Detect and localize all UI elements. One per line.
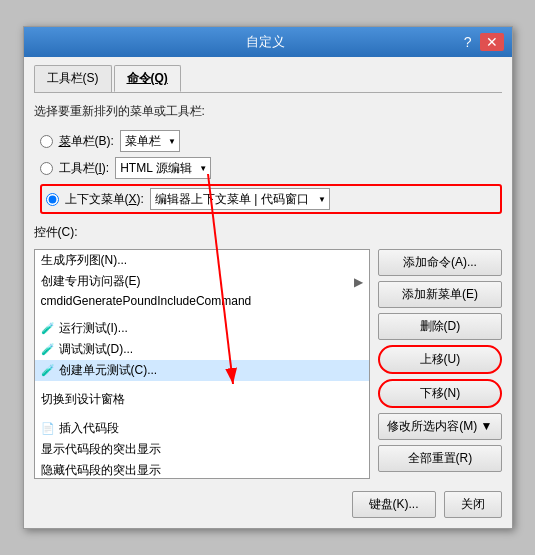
list-item-label: 运行测试(I)... bbox=[59, 320, 128, 337]
add-new-menu-button[interactable]: 添加新菜单(E) bbox=[378, 281, 501, 308]
list-item-label: 生成序列图(N)... bbox=[41, 252, 128, 269]
move-down-button[interactable]: 下移(N) bbox=[378, 379, 501, 408]
context-select[interactable]: 编辑器上下文菜单 | 代码窗口 bbox=[150, 188, 330, 210]
customize-dialog: 自定义 ? ✕ 工具栏(S) 命令(Q) 选择要重新排列的菜单或工具栏: bbox=[23, 26, 513, 529]
radio-group: 菜单栏(B): 菜单栏 工具栏(I): HTML 源编辑 bbox=[40, 130, 502, 214]
tab-bar: 工具栏(S) 命令(Q) bbox=[34, 65, 502, 93]
list-item[interactable]: 显示代码段的突出显示 bbox=[35, 439, 370, 460]
list-item-label: 隐藏代码段的突出显示 bbox=[41, 462, 161, 479]
toolbar-select[interactable]: HTML 源编辑 bbox=[115, 157, 211, 179]
controls-label: 控件(C): bbox=[34, 224, 502, 241]
title-bar: 自定义 ? ✕ bbox=[24, 27, 512, 57]
radio-context-label: 上下文菜单(X): bbox=[65, 191, 144, 208]
radio-row-menu: 菜单栏(B): 菜单栏 bbox=[40, 130, 502, 152]
radio-toolbar[interactable] bbox=[40, 162, 53, 175]
commands-listbox[interactable]: 生成序列图(N)... 创建专用访问器(E) ▶ cmdidGeneratePo… bbox=[34, 249, 371, 479]
list-spacer bbox=[35, 310, 370, 318]
menu-select[interactable]: 菜单栏 bbox=[120, 130, 180, 152]
flask-icon: 🧪 bbox=[41, 343, 55, 356]
list-item-label: 创建单元测试(C)... bbox=[59, 362, 158, 379]
section-label: 选择要重新排列的菜单或工具栏: bbox=[34, 103, 502, 120]
list-item[interactable]: 📄 插入代码段 bbox=[35, 418, 370, 439]
snippet-icon: 📄 bbox=[41, 422, 55, 435]
context-select-wrapper: 编辑器上下文菜单 | 代码窗口 bbox=[150, 188, 330, 210]
list-item-label: cmdidGeneratePoundIncludeCommand bbox=[41, 294, 252, 308]
bottom-buttons: 键盘(K)... 关闭 bbox=[34, 491, 502, 518]
radio-row-context: 上下文菜单(X): 编辑器上下文菜单 | 代码窗口 bbox=[40, 184, 502, 214]
tab-toolbar[interactable]: 工具栏(S) bbox=[34, 65, 112, 92]
buttons-panel: 添加命令(A)... 添加新菜单(E) 删除(D) 上移(U) 下移(N) bbox=[378, 249, 501, 479]
keyboard-button[interactable]: 键盘(K)... bbox=[352, 491, 436, 518]
list-item-create-unit-test[interactable]: 🧪 创建单元测试(C)... bbox=[35, 360, 370, 381]
flask-icon: 🧪 bbox=[41, 364, 55, 377]
modify-selection-button[interactable]: 修改所选内容(M) ▼ bbox=[378, 413, 501, 440]
list-item-label: 显示代码段的突出显示 bbox=[41, 441, 161, 458]
menu-select-wrapper: 菜单栏 bbox=[120, 130, 180, 152]
list-item[interactable]: 隐藏代码段的突出显示 bbox=[35, 460, 370, 479]
radio-context[interactable] bbox=[46, 193, 59, 206]
submenu-arrow-icon: ▶ bbox=[354, 275, 363, 289]
delete-button[interactable]: 删除(D) bbox=[378, 313, 501, 340]
flask-icon: 🧪 bbox=[41, 322, 55, 335]
help-button[interactable]: ? bbox=[460, 34, 476, 50]
list-spacer bbox=[35, 410, 370, 418]
radio-menu[interactable] bbox=[40, 135, 53, 148]
list-item-label: 切换到设计窗格 bbox=[41, 391, 125, 408]
move-up-button[interactable]: 上移(U) bbox=[378, 345, 501, 374]
list-item[interactable]: 生成序列图(N)... bbox=[35, 250, 370, 271]
dialog-body: 工具栏(S) 命令(Q) 选择要重新排列的菜单或工具栏: 菜单栏(B): 菜单栏 bbox=[24, 57, 512, 528]
list-item[interactable]: 🧪 运行测试(I)... bbox=[35, 318, 370, 339]
main-content: 生成序列图(N)... 创建专用访问器(E) ▶ cmdidGeneratePo… bbox=[34, 249, 502, 479]
list-item[interactable]: 🧪 调试测试(D)... bbox=[35, 339, 370, 360]
radio-row-toolbar: 工具栏(I): HTML 源编辑 bbox=[40, 157, 502, 179]
radio-toolbar-label: 工具栏(I): bbox=[59, 160, 110, 177]
list-spacer bbox=[35, 381, 370, 389]
title-bar-controls: ? ✕ bbox=[460, 33, 504, 51]
reset-all-button[interactable]: 全部重置(R) bbox=[378, 445, 501, 472]
dialog-title: 自定义 bbox=[72, 33, 460, 51]
list-item[interactable]: cmdidGeneratePoundIncludeCommand bbox=[35, 292, 370, 310]
list-item-label: 调试测试(D)... bbox=[59, 341, 134, 358]
list-item[interactable]: 切换到设计窗格 bbox=[35, 389, 370, 410]
dialog-wrapper: 自定义 ? ✕ 工具栏(S) 命令(Q) 选择要重新排列的菜单或工具栏: bbox=[23, 26, 513, 529]
toolbar-select-wrapper: HTML 源编辑 bbox=[115, 157, 211, 179]
list-item-label: 插入代码段 bbox=[59, 420, 119, 437]
list-item[interactable]: 创建专用访问器(E) ▶ bbox=[35, 271, 370, 292]
tab-commands[interactable]: 命令(Q) bbox=[114, 65, 181, 92]
close-button[interactable]: ✕ bbox=[480, 33, 504, 51]
list-item-label: 创建专用访问器(E) bbox=[41, 273, 141, 290]
close-dialog-button[interactable]: 关闭 bbox=[444, 491, 502, 518]
add-command-button[interactable]: 添加命令(A)... bbox=[378, 249, 501, 276]
radio-menu-label: 菜单栏(B): bbox=[59, 133, 114, 150]
